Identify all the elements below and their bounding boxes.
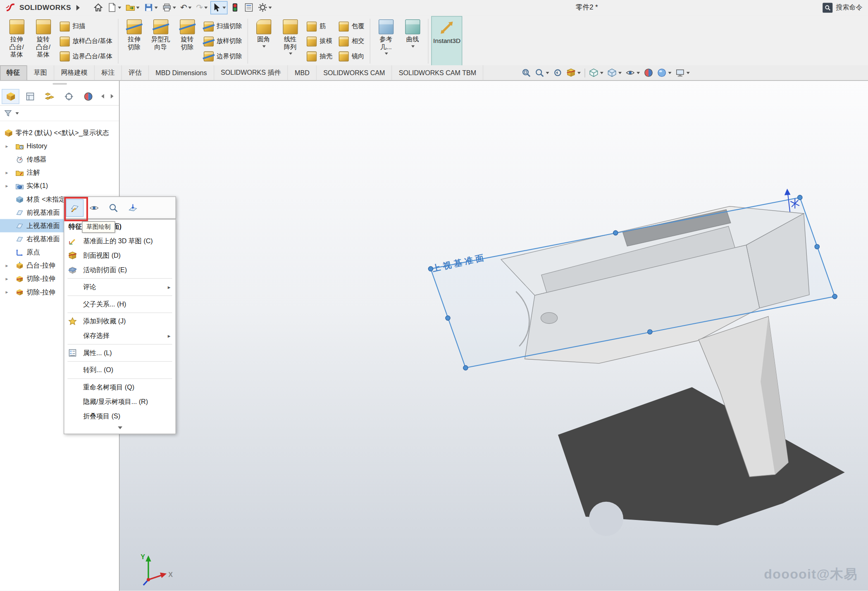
swept-cut-button[interactable]: 扫描切除 bbox=[201, 19, 245, 33]
edit-appearance-button[interactable] bbox=[644, 68, 653, 78]
menu-item-save-selection[interactable]: 保存选择 bbox=[64, 329, 175, 343]
tab-evaluate[interactable]: 评估 bbox=[122, 65, 149, 80]
tree-item-part-root[interactable]: 零件2 (默认) <<默认>_显示状态 bbox=[0, 126, 119, 139]
normal-to-button[interactable] bbox=[124, 199, 142, 216]
display-style-caret-icon bbox=[618, 71, 622, 74]
instant3d-button[interactable]: Instant3D bbox=[432, 16, 463, 66]
rib-button[interactable]: 筋 bbox=[304, 19, 335, 33]
menu-item-properties[interactable]: 属性... (L) bbox=[64, 346, 175, 360]
expand-arrow-icon[interactable] bbox=[5, 259, 8, 272]
hide-show-items-button[interactable] bbox=[625, 68, 640, 78]
tree-item-sensors[interactable]: 传感器 bbox=[0, 153, 119, 166]
lofted-boss-button[interactable]: 放样凸台/基体 bbox=[57, 34, 115, 48]
new-file-button[interactable] bbox=[105, 1, 123, 14]
swept-boss-button[interactable]: 扫描 bbox=[57, 19, 115, 33]
display-style-button[interactable] bbox=[607, 68, 622, 78]
expand-arrow-icon[interactable] bbox=[5, 166, 8, 179]
mirror-button[interactable]: 镜向 bbox=[336, 49, 367, 64]
extrude-boss-button[interactable]: 拉伸 凸台/ 基体 bbox=[4, 16, 29, 66]
expand-arrow-icon[interactable] bbox=[5, 179, 8, 192]
panel-grip[interactable] bbox=[0, 80, 119, 87]
boundary-boss-button[interactable]: 边界凸台/基体 bbox=[57, 49, 115, 64]
tree-item-annotations[interactable]: 注解 bbox=[0, 166, 119, 179]
menu-item-go-to[interactable]: 转到... (O) bbox=[64, 363, 175, 377]
menu-expand-chevron[interactable] bbox=[64, 423, 175, 433]
search-command[interactable]: 搜索命令 bbox=[823, 2, 862, 12]
menu-item-add-to-favorites[interactable]: 添加到收藏 (J) bbox=[64, 314, 175, 329]
view-settings-button[interactable] bbox=[675, 68, 690, 78]
displaymanager-tab[interactable] bbox=[79, 89, 97, 104]
menu-item-collapse-items[interactable]: 折叠项目 (S) bbox=[64, 409, 175, 423]
hole-wizard-button[interactable]: 异型孔 向导 bbox=[148, 16, 174, 66]
zoom-to-selection-button[interactable] bbox=[105, 199, 122, 216]
tree-filter[interactable] bbox=[0, 106, 119, 121]
featuremanager-tab[interactable] bbox=[2, 89, 19, 104]
tab-solidworks-addins[interactable]: SOLIDWORKS 插件 bbox=[214, 65, 288, 80]
file-properties-button[interactable] bbox=[242, 1, 255, 14]
undo-icon: ↶ bbox=[180, 3, 187, 12]
expand-arrow-icon[interactable] bbox=[5, 285, 8, 299]
tab-mbd-dimensions[interactable]: MBD Dimensions bbox=[149, 65, 214, 80]
tab-solidworks-cam-tbm[interactable]: SOLIDWORKS CAM TBM bbox=[392, 65, 484, 80]
menu-item-section-view[interactable]: 剖面视图 (D) bbox=[64, 248, 175, 263]
tab-features[interactable]: 特征 bbox=[0, 65, 27, 80]
sensors-icon bbox=[16, 155, 24, 164]
linear-pattern-button[interactable]: 线性 阵列 bbox=[277, 16, 303, 66]
tab-mbd[interactable]: MBD bbox=[288, 65, 317, 80]
tab-markup[interactable]: 标注 bbox=[95, 65, 122, 80]
tree-item-solid-bodies[interactable]: 实体(1) bbox=[0, 179, 119, 192]
dimxpert-tab[interactable] bbox=[60, 89, 78, 104]
draft-button[interactable]: 拔模 bbox=[304, 34, 335, 48]
print-button[interactable] bbox=[160, 1, 178, 14]
panel-tabs-scroll-right[interactable] bbox=[108, 89, 116, 104]
filter-caret-icon[interactable] bbox=[16, 112, 19, 114]
apply-scene-button[interactable] bbox=[657, 68, 672, 78]
home-button[interactable] bbox=[92, 1, 105, 14]
redo-button[interactable]: ↷ bbox=[194, 1, 209, 14]
menu-item-comment[interactable]: 评论 bbox=[64, 280, 175, 294]
tab-mesh-modeling[interactable]: 网格建模 bbox=[54, 65, 95, 80]
panel-tabs-scroll-left[interactable] bbox=[98, 89, 106, 104]
menu-item-rename-tree-item[interactable]: 重命名树项目 (Q) bbox=[64, 380, 175, 394]
view-orientation-button[interactable] bbox=[589, 68, 603, 78]
reference-geometry-caret-icon[interactable] bbox=[385, 52, 388, 55]
save-button[interactable] bbox=[142, 1, 160, 14]
tree-item-history[interactable]: History bbox=[0, 140, 119, 153]
brand-expand-icon[interactable] bbox=[76, 5, 79, 10]
rebuild-button[interactable] bbox=[229, 1, 241, 14]
shell-button[interactable]: 抽壳 bbox=[304, 49, 335, 64]
fillet-button[interactable]: 圆角 bbox=[251, 16, 277, 66]
expand-arrow-icon[interactable] bbox=[5, 272, 8, 285]
section-view-button[interactable] bbox=[566, 68, 581, 78]
tab-sketch[interactable]: 草图 bbox=[27, 65, 55, 80]
options-button[interactable] bbox=[256, 1, 274, 14]
select-button[interactable] bbox=[210, 1, 228, 14]
zoom-fit-button[interactable] bbox=[522, 68, 531, 78]
intersect-button[interactable]: 相交 bbox=[336, 34, 367, 48]
fillet-caret-icon[interactable] bbox=[262, 45, 266, 47]
menu-item-live-section[interactable]: 活动剖切面 (E) bbox=[64, 263, 175, 277]
configurationmanager-tab[interactable] bbox=[41, 89, 58, 104]
reference-geometry-button[interactable]: 参考 几... bbox=[373, 16, 399, 66]
zoom-area-button[interactable] bbox=[535, 68, 549, 78]
print-caret-icon bbox=[172, 6, 176, 8]
open-file-button[interactable] bbox=[124, 1, 141, 14]
menu-item-3d-sketch-on-plane[interactable]: 基准面上的 3D 草图 (C) bbox=[64, 234, 175, 249]
curves-button[interactable]: 曲线 bbox=[400, 16, 425, 66]
undo-button[interactable]: ↶ bbox=[179, 1, 193, 14]
lofted-cut-button[interactable]: 放样切除 bbox=[201, 34, 245, 48]
revolve-boss-button[interactable]: 旋转 凸台/ 基体 bbox=[31, 16, 56, 66]
wrap-button[interactable]: 包覆 bbox=[336, 19, 367, 33]
curves-caret-icon[interactable] bbox=[411, 45, 415, 47]
revolved-cut-button[interactable]: 旋转 切除 bbox=[174, 16, 200, 66]
extruded-cut-button[interactable]: 拉伸 切除 bbox=[122, 16, 147, 66]
tab-solidworks-cam[interactable]: SOLIDWORKS CAM bbox=[317, 65, 392, 80]
fillet-icon bbox=[256, 19, 271, 34]
propertymanager-tab[interactable] bbox=[21, 89, 39, 104]
expand-arrow-icon[interactable] bbox=[5, 140, 8, 153]
menu-item-hide-show-tree-items[interactable]: 隐藏/显示树项目... (R) bbox=[64, 394, 175, 409]
previous-view-button[interactable] bbox=[553, 68, 563, 78]
linear-pattern-caret-icon[interactable] bbox=[289, 52, 292, 55]
boundary-cut-button[interactable]: 边界切除 bbox=[201, 49, 245, 64]
menu-item-parent-child[interactable]: 父子关系... (H) bbox=[64, 297, 175, 311]
